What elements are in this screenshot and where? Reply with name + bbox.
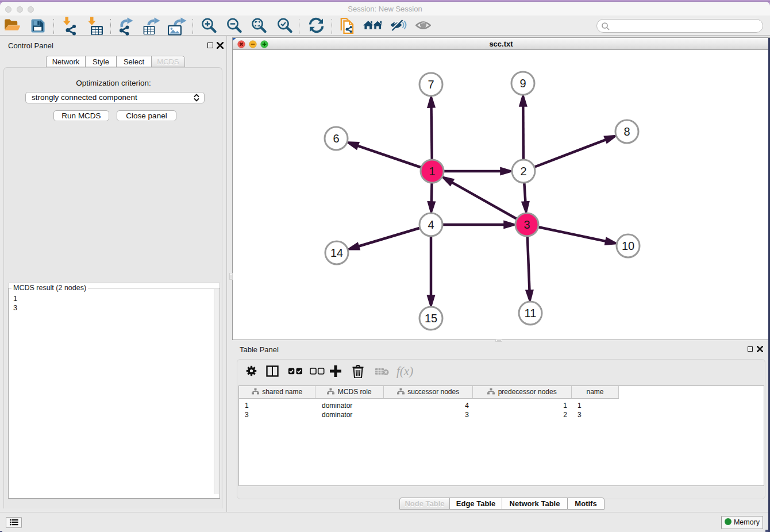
svg-text:3: 3 bbox=[523, 218, 530, 231]
svg-text:10: 10 bbox=[622, 240, 634, 252]
svg-text:9: 9 bbox=[519, 77, 526, 90]
svg-text:2: 2 bbox=[520, 165, 526, 178]
svg-text:15: 15 bbox=[425, 312, 437, 325]
svg-text:8: 8 bbox=[623, 125, 630, 138]
svg-text:6: 6 bbox=[333, 132, 339, 145]
svg-text:14: 14 bbox=[330, 246, 343, 259]
svg-text:1: 1 bbox=[429, 165, 435, 178]
svg-text:4: 4 bbox=[428, 218, 434, 231]
svg-text:11: 11 bbox=[525, 307, 537, 319]
svg-text:7: 7 bbox=[428, 78, 434, 91]
